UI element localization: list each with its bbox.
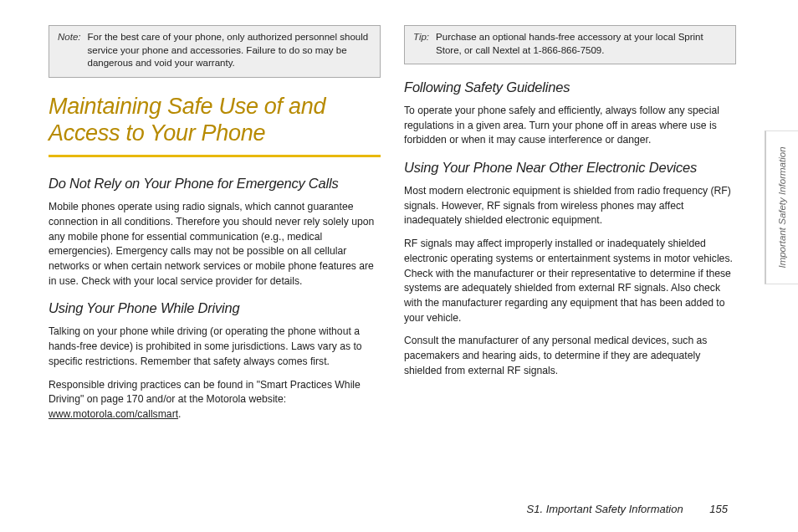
driving-text-a: Responsible driving practices can be fou…	[49, 379, 361, 406]
heading-emergency-calls: Do Not Rely on Your Phone for Emergency …	[49, 176, 381, 192]
tip-text: Purchase an optional hands-free accessor…	[436, 31, 727, 57]
side-tab: Important Safety Information	[765, 130, 798, 284]
footer-page-number: 155	[709, 503, 728, 515]
paragraph-driving-2: Responsible driving practices can be fou…	[49, 378, 381, 422]
heading-safety-guidelines: Following Safety Guidelines	[404, 79, 736, 95]
page-footer: S1. Important Safety Information 155	[527, 503, 728, 515]
tip-label: Tip:	[413, 31, 429, 57]
tip-box: Tip: Purchase an optional hands-free acc…	[404, 25, 736, 64]
note-label: Note:	[58, 31, 81, 70]
note-text: For the best care of your phone, only au…	[88, 31, 372, 70]
heading-driving: Using Your Phone While Driving	[49, 300, 381, 316]
left-column: Note: For the best care of your phone, o…	[49, 25, 381, 494]
driving-text-b: .	[178, 408, 181, 420]
footer-section: S1. Important Safety Information	[527, 503, 683, 515]
paragraph-driving-1: Talking on your phone while driving (or …	[49, 325, 381, 369]
right-column: Tip: Purchase an optional hands-free acc…	[404, 25, 736, 494]
paragraph-elec-3: Consult the manufacturer of any personal…	[404, 334, 736, 378]
heading-electronic-devices: Using Your Phone Near Other Electronic D…	[404, 160, 736, 176]
side-tab-label: Important Safety Information	[777, 146, 787, 268]
paragraph-elec-1: Most modern electronic equipment is shie…	[404, 184, 736, 228]
motorola-link[interactable]: www.motorola.com/callsmart	[49, 408, 178, 420]
paragraph-elec-2: RF signals may affect improperly install…	[404, 237, 736, 325]
section-title: Maintaining Safe Use of and Access to Yo…	[49, 93, 381, 158]
paragraph-safety-guidelines: To operate your phone safely and efficie…	[404, 104, 736, 148]
note-box: Note: For the best care of your phone, o…	[49, 25, 381, 78]
paragraph-emergency: Mobile phones operate using radio signal…	[49, 200, 381, 289]
